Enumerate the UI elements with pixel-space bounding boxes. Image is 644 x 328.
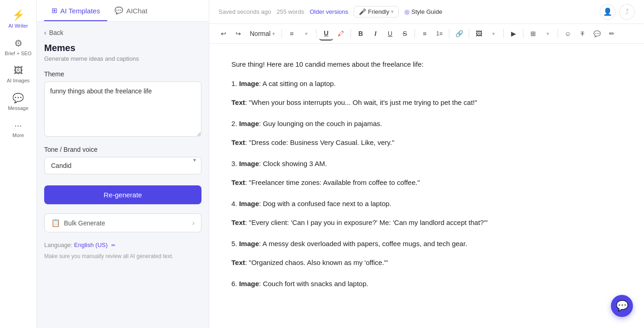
sidebar-item-message[interactable]: 💬 Message xyxy=(2,89,34,115)
share-button[interactable]: ⤴ xyxy=(619,4,635,20)
meme-1-text-desc: "When your boss interrupts you... Oh wai… xyxy=(249,98,477,106)
numbered-list-button[interactable]: 1≡ xyxy=(432,27,446,40)
bold-button[interactable]: B xyxy=(354,27,368,40)
language-link[interactable]: English (US) xyxy=(74,242,108,248)
saved-status: Saved seconds ago xyxy=(218,8,271,15)
meme-3-text-label: Text xyxy=(231,178,245,186)
grid-icon: ⊞ xyxy=(52,6,58,15)
edit-pencil-button[interactable]: ✏ xyxy=(605,27,619,40)
tab-ai-chat[interactable]: 💬 AIChat xyxy=(107,0,155,21)
meme-3-number: 3. xyxy=(231,160,237,167)
style-guide-label: Style Guide xyxy=(411,8,442,15)
chevron-right-icon: › xyxy=(192,219,195,227)
style-guide-icon: ◎ xyxy=(404,8,409,15)
meme-item-4: 4. Image: Dog with a confused face next … xyxy=(231,198,622,229)
sidebar-label-brief-seo: Brief + SEO xyxy=(5,51,31,56)
toolbar-divider-2 xyxy=(316,29,316,38)
left-sidebar: ⚡ AI Writer ⚙ Brief + SEO 🖼 AI Images 💬 … xyxy=(0,0,37,328)
sidebar-label-ai-images: AI Images xyxy=(7,78,30,83)
regenerate-button[interactable]: Re-generate xyxy=(44,185,201,204)
chat-bubble-button[interactable]: 💬 xyxy=(611,295,633,317)
meme-5-text-label: Text xyxy=(231,259,245,266)
sidebar-item-ai-writer[interactable]: ⚡ AI Writer xyxy=(2,6,34,32)
sidebar-item-more[interactable]: ··· More xyxy=(2,116,34,142)
tone-label: Tone / Brand voice xyxy=(44,146,201,153)
theme-input[interactable]: funny things about the freelance life xyxy=(44,81,201,137)
tone-label: Friendly xyxy=(368,8,389,15)
toolbar-divider-9 xyxy=(558,29,558,38)
undo-button[interactable]: ↩ xyxy=(217,27,230,40)
underline-button[interactable]: U xyxy=(319,27,333,40)
editor-toolbar: ↩ ↪ Normal ▾ ≡ ▾ U 🖍 B I U S ≡ 1≡ 🔗 🖼 ▾ … xyxy=(209,24,644,44)
bullet-list-button[interactable]: ≡ xyxy=(418,27,431,40)
intro-paragraph: Sure thing! Here are 10 candid memes abo… xyxy=(231,58,622,70)
strikethrough-button[interactable]: S xyxy=(398,27,412,40)
redo-button[interactable]: ↪ xyxy=(231,27,245,40)
edit-language-icon[interactable]: ✏ xyxy=(111,242,115,248)
panel-title: Memes xyxy=(44,43,201,53)
align-dropdown-button[interactable]: ▾ xyxy=(299,27,313,40)
align-button[interactable]: ≡ xyxy=(285,27,299,40)
meme-4-image-desc: Dog with a confused face next to a lapto… xyxy=(263,200,391,207)
panel-tabs: ⊞ AI Templates 💬 AIChat xyxy=(37,0,209,22)
tone-chevron-icon: ▾ xyxy=(391,9,394,15)
highlight-button[interactable]: 🖍 xyxy=(334,27,348,40)
meme-4-number: 4. xyxy=(231,200,237,207)
sidebar-item-ai-images[interactable]: 🖼 AI Images xyxy=(2,62,34,87)
emoji-button[interactable]: ☺ xyxy=(561,27,575,40)
meme-6-number: 6. xyxy=(231,280,237,288)
meme-5-number: 5. xyxy=(231,240,237,247)
meme-item-5: 5. Image: A messy desk overloaded with p… xyxy=(231,238,622,269)
bulk-generate-button[interactable]: 📋 Bulk Generate › xyxy=(44,213,201,232)
sidebar-label-more: More xyxy=(12,132,24,138)
comment-button[interactable]: 💬 xyxy=(590,27,604,40)
meme-item-1: 1. Image: A cat sitting on a laptop. Tex… xyxy=(231,78,622,109)
underline-btn2[interactable]: U xyxy=(383,27,397,40)
back-button[interactable]: ‹ Back xyxy=(44,29,201,36)
toolbar-divider-8 xyxy=(523,29,523,38)
tone-select-wrapper: Tone / Brand voice CandidFriendlyProfess… xyxy=(44,146,201,174)
word-count: 255 words xyxy=(276,8,304,15)
meme-1-image-desc: A cat sitting on a laptop. xyxy=(263,80,336,87)
tone-select[interactable]: CandidFriendlyProfessionalHumorousWitty xyxy=(44,157,201,174)
lightning-icon: ⚡ xyxy=(12,9,24,21)
microphone-icon: 🎤 xyxy=(359,8,366,15)
meme-item-3: 3. Image: Clock showing 3 AM. Text: "Fre… xyxy=(231,158,622,189)
format-button[interactable]: T xyxy=(575,27,589,40)
style-guide-button[interactable]: ◎ Style Guide xyxy=(404,8,442,15)
toolbar-divider-3 xyxy=(351,29,351,38)
table-dropdown-button[interactable]: ▾ xyxy=(541,27,555,40)
language-section: Language: English (US) ✏ Make sure you m… xyxy=(44,242,201,260)
language-label: Language: xyxy=(44,242,72,248)
lang-note: Make sure you manually review all AI gen… xyxy=(44,252,201,260)
meme-3-text-desc: "Freelancer time zones: Available from c… xyxy=(249,178,420,186)
meme-item-2: 2. Image: Guy lounging on the couch in p… xyxy=(231,118,622,149)
link-button[interactable]: 🔗 xyxy=(452,27,466,40)
play-button[interactable]: ▶ xyxy=(506,27,520,40)
toolbar-divider-5 xyxy=(449,29,449,38)
meme-1-image-label: Image xyxy=(239,80,259,87)
chevron-left-icon: ‹ xyxy=(44,29,46,36)
meme-6-image-label: Image xyxy=(239,280,259,288)
meme-5-image-desc: A messy desk overloaded with papers, cof… xyxy=(263,240,467,247)
meme-item-6: 6. Image: Couch fort with snacks and lap… xyxy=(231,278,622,290)
style-select-chevron: ▾ xyxy=(272,31,275,37)
topbar-right: 👤 ⤴ xyxy=(600,4,635,20)
left-panel: ⊞ AI Templates 💬 AIChat ‹ Back Memes Gen… xyxy=(37,0,209,328)
meme-2-number: 2. xyxy=(231,120,237,127)
tone-button[interactable]: 🎤 Friendly ▾ xyxy=(354,6,399,17)
copy-icon: 📋 xyxy=(51,219,60,227)
editor-content[interactable]: Sure thing! Here are 10 candid memes abo… xyxy=(209,44,644,328)
sidebar-label-ai-writer: AI Writer xyxy=(8,23,28,29)
table-button[interactable]: ⊞ xyxy=(526,27,540,40)
image-dropdown-button[interactable]: ▾ xyxy=(487,27,500,40)
sidebar-item-brief-seo[interactable]: ⚙ Brief + SEO xyxy=(2,34,34,60)
image-button[interactable]: 🖼 xyxy=(472,27,486,40)
meme-2-image-label: Image xyxy=(239,120,259,127)
avatar: 👤 xyxy=(600,4,615,20)
image-icon: 🖼 xyxy=(14,65,23,76)
tab-ai-templates[interactable]: ⊞ AI Templates xyxy=(44,0,107,21)
older-versions-button[interactable]: Older versions xyxy=(310,8,348,15)
italic-button[interactable]: I xyxy=(368,27,382,40)
style-select[interactable]: Normal ▾ xyxy=(246,28,279,39)
